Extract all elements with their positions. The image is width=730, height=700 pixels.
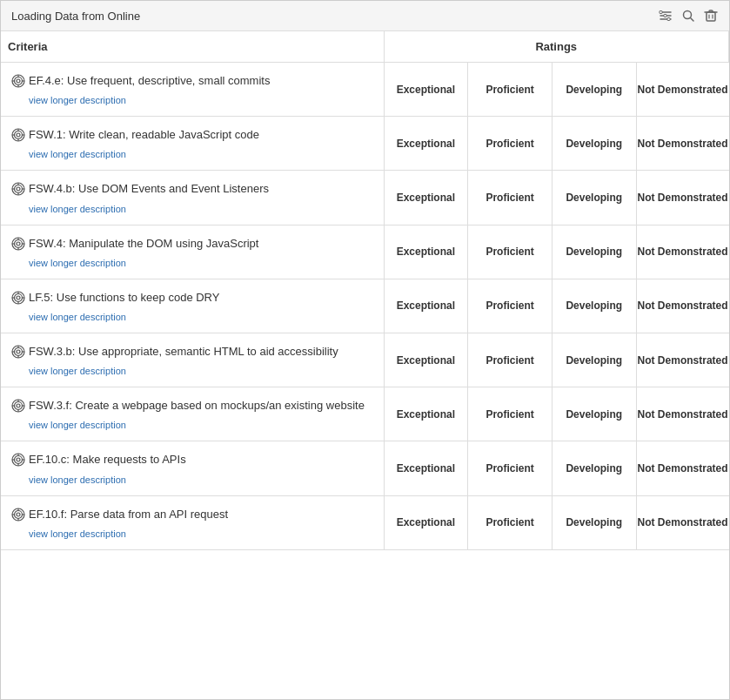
rating-cell-exceptional[interactable]: Exceptional: [384, 225, 468, 279]
svg-point-25: [17, 187, 20, 191]
rating-cell-proficient[interactable]: Proficient: [468, 117, 553, 171]
table-row: EF.10.c: Make requests to APIsview longe…: [1, 441, 729, 495]
svg-rect-2: [667, 18, 670, 21]
rating-cell-not-demonstrated[interactable]: Not Demonstrated: [636, 387, 728, 441]
svg-point-31: [15, 239, 23, 247]
rating-cell-exceptional[interactable]: Exceptional: [384, 117, 468, 171]
rating-cell-proficient[interactable]: Proficient: [468, 225, 553, 279]
svg-point-38: [15, 293, 23, 301]
view-description-link[interactable]: view longer description: [29, 95, 373, 105]
criteria-cell: EF.10.f: Parse data from an API requestv…: [1, 495, 384, 549]
rating-cell-developing[interactable]: Developing: [552, 171, 636, 225]
criteria-name: LF.5: Use functions to keep code DRY: [11, 290, 373, 309]
search-icon[interactable]: [680, 8, 696, 24]
rating-cell-not-demonstrated[interactable]: Not Demonstrated: [636, 225, 728, 279]
rating-cell-not-demonstrated[interactable]: Not Demonstrated: [636, 117, 728, 171]
rating-cell-proficient[interactable]: Proficient: [468, 63, 553, 117]
rating-cell-proficient[interactable]: Proficient: [468, 279, 553, 333]
window-title: Loading Data from Online: [11, 10, 140, 23]
rating-cell-developing[interactable]: Developing: [552, 225, 636, 279]
goal-icon: [11, 74, 25, 92]
criteria-name: EF.10.c: Make requests to APIs: [11, 452, 373, 471]
rating-cell-exceptional[interactable]: Exceptional: [384, 495, 468, 549]
rubric-table: Criteria Ratings EF.4.e: Use frequent, d…: [1, 31, 729, 550]
rating-cell-exceptional[interactable]: Exceptional: [384, 333, 468, 387]
rating-cell-developing[interactable]: Developing: [552, 495, 636, 549]
svg-point-39: [17, 296, 20, 300]
view-description-link[interactable]: view longer description: [29, 420, 373, 430]
criteria-name: EF.10.f: Parse data from an API request: [11, 507, 373, 526]
table-row: FSW.3.b: Use appropriate, semantic HTML …: [1, 333, 729, 387]
criteria-cell: LF.5: Use functions to keep code DRYview…: [1, 279, 384, 333]
goal-icon: [11, 182, 25, 200]
rating-cell-not-demonstrated[interactable]: Not Demonstrated: [636, 441, 728, 495]
rating-cell-not-demonstrated[interactable]: Not Demonstrated: [636, 495, 728, 549]
criteria-name: FSW.3.b: Use appropriate, semantic HTML …: [11, 344, 373, 363]
goal-icon: [11, 399, 25, 417]
view-description-link[interactable]: view longer description: [29, 149, 373, 159]
rating-cell-proficient[interactable]: Proficient: [468, 333, 553, 387]
svg-rect-5: [707, 12, 715, 21]
rating-cell-exceptional[interactable]: Exceptional: [384, 279, 468, 333]
rating-cell-proficient[interactable]: Proficient: [468, 441, 553, 495]
rating-cell-not-demonstrated[interactable]: Not Demonstrated: [636, 279, 728, 333]
criteria-cell: FSW.3.f: Create a webpage based on mocku…: [1, 387, 384, 441]
rating-cell-developing[interactable]: Developing: [552, 63, 636, 117]
goal-icon: [11, 291, 25, 309]
rating-cell-exceptional[interactable]: Exceptional: [384, 441, 468, 495]
criteria-cell: FSW.4: Manipulate the DOM using JavaScri…: [1, 225, 384, 279]
svg-point-52: [15, 402, 23, 410]
rating-cell-proficient[interactable]: Proficient: [468, 387, 553, 441]
table-row: FSW.3.f: Create a webpage based on mocku…: [1, 387, 729, 441]
svg-point-17: [15, 131, 23, 139]
table-row: FSW.4: Manipulate the DOM using JavaScri…: [1, 225, 729, 279]
svg-point-66: [15, 510, 23, 518]
rating-cell-exceptional[interactable]: Exceptional: [384, 63, 468, 117]
criteria-cell: FSW.1: Write clean, readable JavaScript …: [1, 117, 384, 171]
title-bar: Loading Data from Online: [1, 1, 729, 31]
ratings-header: Ratings: [384, 31, 729, 63]
rating-cell-not-demonstrated[interactable]: Not Demonstrated: [636, 171, 728, 225]
svg-line-4: [691, 18, 694, 22]
view-description-link[interactable]: view longer description: [29, 528, 373, 539]
rating-cell-developing[interactable]: Developing: [552, 117, 636, 171]
view-description-link[interactable]: view longer description: [29, 204, 373, 214]
table-row: EF.4.e: Use frequent, descriptive, small…: [1, 63, 729, 117]
rating-cell-proficient[interactable]: Proficient: [468, 171, 553, 225]
rating-cell-exceptional[interactable]: Exceptional: [384, 387, 468, 441]
rating-cell-not-demonstrated[interactable]: Not Demonstrated: [636, 63, 728, 117]
svg-point-60: [17, 458, 20, 461]
view-description-link[interactable]: view longer description: [29, 312, 373, 322]
goal-icon: [11, 508, 25, 526]
svg-rect-0: [660, 11, 662, 14]
rating-cell-developing[interactable]: Developing: [552, 441, 636, 495]
svg-point-18: [17, 133, 20, 137]
svg-point-11: [17, 79, 20, 83]
criteria-cell: EF.10.c: Make requests to APIsview longe…: [1, 441, 384, 495]
criteria-name: FSW.1: Write clean, readable JavaScript …: [11, 127, 373, 146]
rating-cell-not-demonstrated[interactable]: Not Demonstrated: [636, 333, 728, 387]
goal-icon: [11, 453, 25, 471]
rating-cell-developing[interactable]: Developing: [552, 387, 636, 441]
trash-icon[interactable]: [703, 8, 719, 24]
criteria-name: FSW.4: Manipulate the DOM using JavaScri…: [11, 236, 373, 255]
table-row: EF.10.f: Parse data from an API requestv…: [1, 495, 729, 549]
criteria-name: FSW.3.f: Create a webpage based on mocku…: [11, 398, 373, 417]
table-row: FSW.4.b: Use DOM Events and Event Listen…: [1, 171, 729, 225]
criteria-cell: EF.4.e: Use frequent, descriptive, small…: [1, 63, 384, 117]
criteria-cell: FSW.4.b: Use DOM Events and Event Listen…: [1, 171, 384, 225]
goal-icon: [11, 237, 25, 255]
rating-cell-developing[interactable]: Developing: [552, 279, 636, 333]
svg-point-53: [17, 404, 20, 407]
criteria-cell: FSW.3.b: Use appropriate, semantic HTML …: [1, 333, 384, 387]
settings-icon[interactable]: [658, 8, 673, 24]
svg-rect-1: [664, 15, 666, 17]
view-description-link[interactable]: view longer description: [29, 366, 373, 376]
criteria-name: EF.4.e: Use frequent, descriptive, small…: [11, 73, 373, 92]
rating-cell-developing[interactable]: Developing: [552, 333, 636, 387]
rating-cell-proficient[interactable]: Proficient: [468, 495, 553, 549]
view-description-link[interactable]: view longer description: [29, 475, 373, 485]
rating-cell-exceptional[interactable]: Exceptional: [384, 171, 468, 225]
svg-point-45: [15, 347, 23, 355]
view-description-link[interactable]: view longer description: [29, 258, 373, 268]
